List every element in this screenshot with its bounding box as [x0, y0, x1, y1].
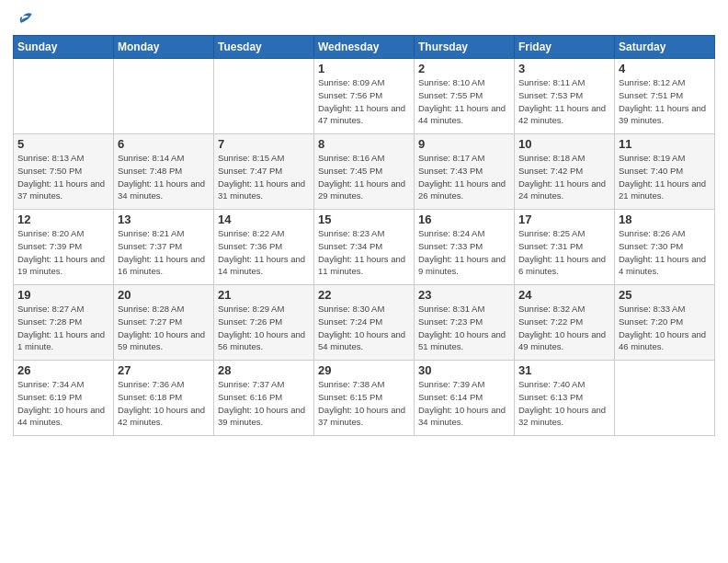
day-info: Sunrise: 8:28 AM Sunset: 7:27 PM Dayligh…	[118, 303, 210, 353]
day-number: 4	[619, 62, 711, 75]
calendar-cell: 23Sunrise: 8:31 AM Sunset: 7:23 PM Dayli…	[415, 285, 515, 361]
calendar-cell: 1Sunrise: 8:09 AM Sunset: 7:56 PM Daylig…	[314, 59, 415, 134]
weekday-header-friday: Friday	[515, 36, 615, 59]
calendar-cell: 21Sunrise: 8:29 AM Sunset: 7:26 PM Dayli…	[214, 285, 314, 361]
day-info: Sunrise: 8:21 AM Sunset: 7:37 PM Dayligh…	[118, 227, 210, 278]
calendar-cell	[615, 361, 715, 436]
calendar-cell	[214, 59, 314, 134]
day-number: 14	[218, 213, 310, 226]
day-info: Sunrise: 7:36 AM Sunset: 6:18 PM Dayligh…	[118, 378, 210, 429]
week-row-3: 19Sunrise: 8:27 AM Sunset: 7:28 PM Dayli…	[14, 285, 715, 361]
day-number: 16	[418, 213, 510, 226]
calendar-cell: 9Sunrise: 8:17 AM Sunset: 7:43 PM Daylig…	[415, 134, 515, 210]
calendar-cell: 14Sunrise: 8:22 AM Sunset: 7:36 PM Dayli…	[214, 210, 314, 285]
day-info: Sunrise: 8:27 AM Sunset: 7:28 PM Dayligh…	[17, 303, 109, 353]
day-info: Sunrise: 7:40 AM Sunset: 6:13 PM Dayligh…	[518, 378, 610, 429]
day-info: Sunrise: 8:30 AM Sunset: 7:24 PM Dayligh…	[318, 303, 410, 353]
calendar-cell: 5Sunrise: 8:13 AM Sunset: 7:50 PM Daylig…	[14, 134, 114, 210]
day-info: Sunrise: 8:13 AM Sunset: 7:50 PM Dayligh…	[17, 152, 109, 202]
day-number: 15	[318, 213, 410, 226]
day-number: 24	[518, 288, 610, 302]
calendar-cell: 6Sunrise: 8:14 AM Sunset: 7:48 PM Daylig…	[114, 134, 214, 210]
day-number: 30	[418, 363, 510, 377]
day-info: Sunrise: 8:24 AM Sunset: 7:33 PM Dayligh…	[418, 227, 510, 278]
day-info: Sunrise: 8:29 AM Sunset: 7:26 PM Dayligh…	[218, 303, 310, 353]
day-number: 23	[418, 288, 510, 302]
day-number: 2	[418, 62, 510, 75]
calendar-cell: 20Sunrise: 8:28 AM Sunset: 7:27 PM Dayli…	[114, 285, 214, 361]
day-info: Sunrise: 7:34 AM Sunset: 6:19 PM Dayligh…	[17, 378, 109, 429]
day-info: Sunrise: 8:33 AM Sunset: 7:20 PM Dayligh…	[619, 303, 711, 353]
weekday-header-row: SundayMondayTuesdayWednesdayThursdayFrid…	[14, 36, 715, 59]
calendar-cell	[114, 59, 214, 134]
calendar-cell: 4Sunrise: 8:12 AM Sunset: 7:51 PM Daylig…	[615, 59, 715, 134]
calendar-cell: 31Sunrise: 7:40 AM Sunset: 6:13 PM Dayli…	[515, 361, 615, 436]
day-info: Sunrise: 8:22 AM Sunset: 7:36 PM Dayligh…	[218, 227, 310, 278]
day-number: 13	[118, 213, 210, 226]
calendar-cell: 7Sunrise: 8:15 AM Sunset: 7:47 PM Daylig…	[214, 134, 314, 210]
week-row-0: 1Sunrise: 8:09 AM Sunset: 7:56 PM Daylig…	[14, 59, 715, 134]
weekday-header-monday: Monday	[114, 36, 214, 59]
day-number: 26	[17, 363, 109, 377]
day-number: 9	[418, 137, 510, 151]
calendar-cell: 25Sunrise: 8:33 AM Sunset: 7:20 PM Dayli…	[615, 285, 715, 361]
day-number: 20	[118, 288, 210, 302]
day-info: Sunrise: 8:17 AM Sunset: 7:43 PM Dayligh…	[418, 152, 510, 202]
day-number: 12	[17, 213, 109, 226]
day-info: Sunrise: 8:31 AM Sunset: 7:23 PM Dayligh…	[418, 303, 510, 353]
header	[13, 9, 715, 28]
calendar-cell: 22Sunrise: 8:30 AM Sunset: 7:24 PM Dayli…	[314, 285, 415, 361]
day-number: 5	[17, 137, 109, 151]
calendar-cell: 16Sunrise: 8:24 AM Sunset: 7:33 PM Dayli…	[415, 210, 515, 285]
calendar-cell: 19Sunrise: 8:27 AM Sunset: 7:28 PM Dayli…	[14, 285, 114, 361]
week-row-4: 26Sunrise: 7:34 AM Sunset: 6:19 PM Dayli…	[14, 361, 715, 436]
day-info: Sunrise: 8:26 AM Sunset: 7:30 PM Dayligh…	[619, 227, 711, 278]
week-row-2: 12Sunrise: 8:20 AM Sunset: 7:39 PM Dayli…	[14, 210, 715, 285]
calendar-cell: 28Sunrise: 7:37 AM Sunset: 6:16 PM Dayli…	[214, 361, 314, 436]
weekday-header-sunday: Sunday	[14, 36, 114, 59]
calendar-cell: 3Sunrise: 8:11 AM Sunset: 7:53 PM Daylig…	[515, 59, 615, 134]
calendar-cell: 13Sunrise: 8:21 AM Sunset: 7:37 PM Dayli…	[114, 210, 214, 285]
day-info: Sunrise: 8:20 AM Sunset: 7:39 PM Dayligh…	[17, 227, 109, 278]
day-info: Sunrise: 7:39 AM Sunset: 6:14 PM Dayligh…	[418, 378, 510, 429]
calendar-cell: 11Sunrise: 8:19 AM Sunset: 7:40 PM Dayli…	[615, 134, 715, 210]
day-info: Sunrise: 8:15 AM Sunset: 7:47 PM Dayligh…	[218, 152, 310, 202]
day-info: Sunrise: 8:18 AM Sunset: 7:42 PM Dayligh…	[518, 152, 610, 202]
weekday-header-saturday: Saturday	[615, 36, 715, 59]
day-info: Sunrise: 8:19 AM Sunset: 7:40 PM Dayligh…	[619, 152, 711, 202]
day-info: Sunrise: 8:12 AM Sunset: 7:51 PM Dayligh…	[619, 76, 711, 127]
day-info: Sunrise: 7:38 AM Sunset: 6:15 PM Dayligh…	[318, 378, 410, 429]
calendar-cell: 27Sunrise: 7:36 AM Sunset: 6:18 PM Dayli…	[114, 361, 214, 436]
calendar-cell	[14, 59, 114, 134]
calendar-cell: 26Sunrise: 7:34 AM Sunset: 6:19 PM Dayli…	[14, 361, 114, 436]
calendar-cell: 29Sunrise: 7:38 AM Sunset: 6:15 PM Dayli…	[314, 361, 415, 436]
day-number: 25	[619, 288, 711, 302]
calendar-cell: 10Sunrise: 8:18 AM Sunset: 7:42 PM Dayli…	[515, 134, 615, 210]
day-info: Sunrise: 8:23 AM Sunset: 7:34 PM Dayligh…	[318, 227, 410, 278]
day-number: 10	[518, 137, 610, 151]
calendar-cell: 18Sunrise: 8:26 AM Sunset: 7:30 PM Dayli…	[615, 210, 715, 285]
day-info: Sunrise: 8:16 AM Sunset: 7:45 PM Dayligh…	[318, 152, 410, 202]
calendar-cell: 15Sunrise: 8:23 AM Sunset: 7:34 PM Dayli…	[314, 210, 415, 285]
day-info: Sunrise: 8:14 AM Sunset: 7:48 PM Dayligh…	[118, 152, 210, 202]
calendar-cell: 17Sunrise: 8:25 AM Sunset: 7:31 PM Dayli…	[515, 210, 615, 285]
day-info: Sunrise: 8:25 AM Sunset: 7:31 PM Dayligh…	[518, 227, 610, 278]
logo	[13, 9, 35, 28]
day-number: 11	[619, 137, 711, 151]
day-info: Sunrise: 8:11 AM Sunset: 7:53 PM Dayligh…	[518, 76, 610, 127]
logo-bird-icon	[17, 9, 35, 28]
day-number: 31	[518, 363, 610, 377]
day-number: 21	[218, 288, 310, 302]
day-info: Sunrise: 8:09 AM Sunset: 7:56 PM Dayligh…	[318, 76, 410, 127]
day-number: 29	[318, 363, 410, 377]
day-number: 3	[518, 62, 610, 75]
day-number: 22	[318, 288, 410, 302]
day-number: 27	[118, 363, 210, 377]
calendar-cell: 12Sunrise: 8:20 AM Sunset: 7:39 PM Dayli…	[14, 210, 114, 285]
page: SundayMondayTuesdayWednesdayThursdayFrid…	[0, 0, 728, 563]
day-info: Sunrise: 7:37 AM Sunset: 6:16 PM Dayligh…	[218, 378, 310, 429]
calendar-table: SundayMondayTuesdayWednesdayThursdayFrid…	[13, 35, 715, 436]
day-number: 8	[318, 137, 410, 151]
calendar-cell: 24Sunrise: 8:32 AM Sunset: 7:22 PM Dayli…	[515, 285, 615, 361]
weekday-header-thursday: Thursday	[415, 36, 515, 59]
